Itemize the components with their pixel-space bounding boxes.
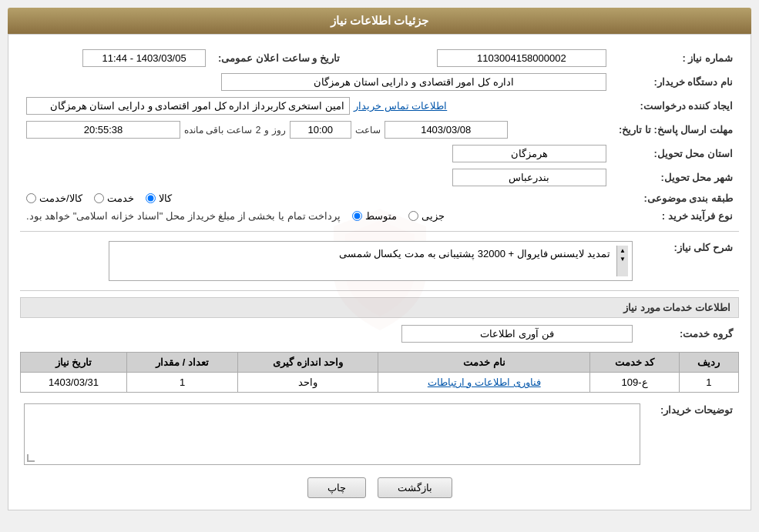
description-table: شرح کلی نیاز: ▲ ▼ تمدید لایسنس فایروال +… — [20, 238, 739, 284]
remaining-label: ساعت باقی مانده — [184, 125, 252, 136]
kala-label: کالا — [159, 192, 172, 204]
creator-label: ایجاد کننده درخواست: — [613, 94, 739, 118]
contact-link[interactable]: اطلاعات تماس خریدار — [354, 100, 447, 112]
deadline-remaining-box: 20:55:38 — [26, 121, 180, 139]
description-box: ▲ ▼ تمدید لایسنس فایروال + 32000 پشتیبان… — [109, 241, 633, 281]
time-label: ساعت — [355, 125, 381, 136]
deadline-days-val: 2 — [256, 125, 261, 136]
deadline-time-box: 10:00 — [290, 121, 351, 139]
announce-date-value: 1403/03/05 - 11:44 — [20, 46, 212, 70]
service-name[interactable]: فناوری اطلاعات و ارتباطات — [378, 373, 590, 393]
creator-value: امین استخری کاربرداز اداره کل امور اقتصا… — [20, 94, 613, 118]
province-box: هرمزگان — [452, 145, 606, 162]
col-code: کد خدمت — [590, 353, 679, 373]
scroll-buttons: ▲ ▼ — [616, 246, 628, 276]
desc-inner: ▲ ▼ تمدید لایسنس فایروال + 32000 پشتیبان… — [113, 246, 628, 276]
buyer-desc-table: توضیحات خریدار: — [18, 400, 739, 468]
kala-khedmat-radio[interactable] — [26, 193, 36, 203]
khedmat-radio[interactable] — [94, 193, 104, 203]
creator-row: امین استخری کاربرداز اداره کل امور اقتصا… — [26, 97, 606, 115]
col-row: ردیف — [679, 353, 738, 373]
announce-date-label: تاریخ و ساعت اعلان عمومی: — [212, 46, 355, 70]
col-name: نام خدمت — [378, 353, 590, 373]
kala-khedmat-label: کالا/خدمت — [39, 192, 82, 204]
main-content: ATA شماره نیاز : 1103004158000002 تاریخ … — [8, 34, 751, 510]
buyer-desc-cell — [18, 400, 654, 468]
process-label: نوع فرآیند خرید : — [613, 207, 739, 225]
deadline-row: 20:55:38 ساعت باقی مانده 2 روز و 10:00 س… — [20, 118, 613, 142]
announce-date-box: 1403/03/05 - 11:44 — [82, 49, 206, 67]
buyer-desc-label: توضیحات خریدار: — [654, 400, 739, 468]
day-label: روز و — [264, 125, 285, 136]
request-number-box: 1103004158000002 — [437, 49, 606, 67]
services-table: ردیف کد خدمت نام خدمت واحد اندازه گیری ت… — [20, 352, 739, 393]
creator-box: امین استخری کاربرداز اداره کل امور اقتصا… — [26, 97, 350, 115]
province-label: استان محل تحویل: — [613, 142, 739, 166]
process-note: پرداخت تمام یا بخشی از مبلغ خریداز محل "… — [26, 210, 341, 222]
table-row: 1 ع-109 فناوری اطلاعات و ارتباطات واحد 1… — [21, 373, 739, 393]
page-title: جزئیات اطلاعات نیاز — [331, 14, 428, 27]
buyer-desc-box — [24, 403, 640, 465]
description-value-cell: ▲ ▼ تمدید لایسنس فایروال + 32000 پشتیبان… — [20, 238, 639, 284]
deadline-date-box: 1403/03/08 — [385, 121, 508, 139]
buttons-row: بازگشت چاپ — [20, 477, 739, 498]
city-value: بندرعباس — [20, 166, 613, 189]
scroll-down-icon[interactable]: ▼ — [620, 256, 626, 263]
city-box: بندرعباس — [452, 169, 606, 186]
buyer-org-label: نام دستگاه خریدار: — [613, 70, 739, 94]
services-thead: ردیف کد خدمت نام خدمت واحد اندازه گیری ت… — [21, 353, 739, 373]
deadline-inline: 20:55:38 ساعت باقی مانده 2 روز و 10:00 س… — [26, 121, 606, 139]
province-value: هرمزگان — [20, 142, 613, 166]
description-text: تمدید لایسنس فایروال + 32000 پشتیبانی به… — [113, 246, 616, 262]
service-code: ع-109 — [590, 373, 679, 393]
service-unit: واحد — [238, 373, 378, 393]
print-button[interactable]: چاپ — [307, 477, 366, 498]
description-label: شرح کلی نیاز: — [639, 238, 739, 284]
resize-handle[interactable] — [27, 454, 35, 462]
col-unit: واحد اندازه گیری — [238, 353, 378, 373]
category-kala[interactable]: کالا — [146, 192, 172, 204]
col-date: تاریخ نیاز — [21, 353, 127, 373]
category-label: طبقه بندی موضوعی: — [613, 189, 739, 207]
services-tbody: 1 ع-109 فناوری اطلاعات و ارتباطات واحد 1… — [21, 373, 739, 393]
service-group-label: گروه خدمت: — [639, 322, 739, 346]
category-khedmat[interactable]: خدمت — [94, 192, 134, 204]
page-container: جزئیات اطلاعات نیاز ATA شماره نیاز : 110… — [0, 0, 759, 532]
scroll-up-icon[interactable]: ▲ — [620, 247, 626, 254]
request-number-label: شماره نیاز : — [613, 46, 739, 70]
buyer-org-box: اداره کل امور اقتصادی و دارایی استان هرم… — [221, 73, 606, 91]
request-number-value: 1103004158000002 — [355, 46, 613, 70]
services-header-row: ردیف کد خدمت نام خدمت واحد اندازه گیری ت… — [21, 353, 739, 373]
back-button[interactable]: بازگشت — [378, 477, 452, 498]
row-number: 1 — [679, 373, 738, 393]
page-header: جزئیات اطلاعات نیاز — [8, 8, 751, 34]
khedmat-label: خدمت — [107, 192, 134, 204]
city-label: شهر محل تحویل: — [613, 166, 739, 189]
col-quantity: تعداد / مقدار — [126, 353, 237, 373]
category-kala-khedmat[interactable]: کالا/خدمت — [26, 192, 82, 204]
buyer-org-value: اداره کل امور اقتصادی و دارایی استان هرم… — [20, 70, 613, 94]
kala-radio[interactable] — [146, 193, 156, 203]
deadline-label: مهلت ارسال پاسخ: تا تاریخ: — [613, 118, 739, 142]
info-table: شماره نیاز : 1103004158000002 تاریخ و سا… — [20, 46, 739, 225]
service-date: 1403/03/31 — [21, 373, 127, 393]
service-quantity: 1 — [126, 373, 237, 393]
